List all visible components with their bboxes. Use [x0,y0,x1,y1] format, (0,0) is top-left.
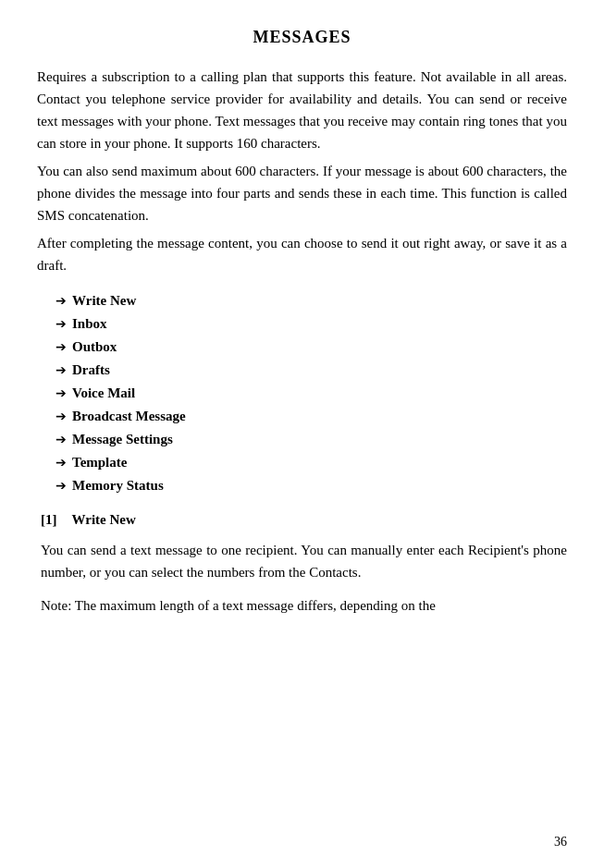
section-description: You can send a text message to one recip… [37,539,567,583]
list-item: ➔Outbox [55,339,567,355]
section-number: [1] [41,512,57,528]
section-header: [1] Write New [37,512,567,528]
arrow-icon: ➔ [55,339,72,355]
menu-label: Broadcast Message [72,409,186,424]
page-title: MESSAGES [37,28,567,47]
list-item: ➔Drafts [55,362,567,378]
list-item: ➔Template [55,455,567,471]
menu-label: Write New [72,293,136,309]
arrow-icon: ➔ [55,385,72,401]
section-title: Write New [72,512,136,528]
menu-label: Template [72,455,127,471]
list-item: ➔Memory Status [55,478,567,494]
description-para1: Requires a subscription to a calling pla… [37,66,567,154]
description-para2: You can also send maximum about 600 char… [37,160,567,226]
menu-label: Inbox [72,316,107,332]
description-block: Requires a subscription to a calling pla… [37,66,567,276]
arrow-icon: ➔ [55,478,72,494]
menu-label: Outbox [72,339,117,355]
arrow-icon: ➔ [55,432,72,447]
arrow-icon: ➔ [55,455,72,471]
menu-label: Drafts [72,362,110,378]
list-item: ➔Message Settings [55,432,567,447]
arrow-icon: ➔ [55,409,72,424]
arrow-icon: ➔ [55,362,72,378]
menu-list: ➔Write New➔Inbox➔Outbox➔Drafts➔Voice Mai… [55,293,567,494]
page-number: 36 [554,835,567,850]
arrow-icon: ➔ [55,293,72,309]
menu-label: Message Settings [72,432,173,447]
list-item: ➔Write New [55,293,567,309]
menu-label: Voice Mail [72,385,135,401]
list-item: ➔Broadcast Message [55,409,567,424]
list-item: ➔Voice Mail [55,385,567,401]
description-para3: After completing the message content, yo… [37,232,567,276]
list-item: ➔Inbox [55,316,567,332]
note-block: Note: The maximum length of a text messa… [37,594,567,617]
arrow-icon: ➔ [55,316,72,332]
menu-label: Memory Status [72,478,164,494]
